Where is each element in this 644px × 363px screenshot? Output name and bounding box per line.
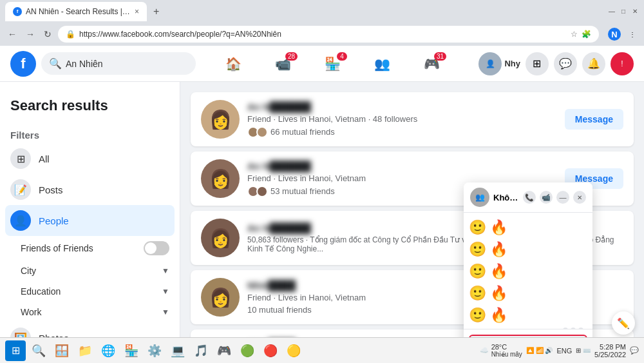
- chat-minimize-button[interactable]: —: [556, 191, 569, 204]
- sidebar-title: Search results: [5, 92, 175, 122]
- call-button[interactable]: 📞: [523, 191, 536, 204]
- messenger-button[interactable]: 💬: [554, 52, 577, 75]
- result-meta-1: Friend · Lives in Hanoi, Vietnam · 48 fo…: [247, 114, 557, 124]
- nav-store[interactable]: 🏪 4: [309, 51, 356, 77]
- fire-emoji-5: 🔥: [490, 307, 507, 324]
- taskbar-app6[interactable]: 🟡: [283, 340, 304, 361]
- minimize-button[interactable]: —: [608, 8, 616, 15]
- result-name-4: Nhié████: [247, 280, 296, 291]
- education-filter[interactable]: Education ▼: [15, 281, 175, 302]
- start-button[interactable]: ⊞: [5, 340, 26, 361]
- mutual-avatars-2: [247, 186, 268, 197]
- typing-indicator: [469, 328, 587, 329]
- grid-button[interactable]: ⊞: [526, 52, 549, 75]
- browser-tab[interactable]: f AN Nhiên - Search Results | Fac... ×: [5, 2, 147, 21]
- search-box[interactable]: 🔍: [41, 52, 196, 75]
- friends-of-friends-label: Friends of Friends: [21, 243, 93, 253]
- alert-button[interactable]: !: [611, 52, 634, 75]
- dot-3: [578, 328, 583, 329]
- browser-addressbar: ← → ↻ 🔒 https://www.facebook.com/search/…: [0, 23, 644, 46]
- refresh-button[interactable]: ↻: [41, 28, 54, 41]
- forward-button[interactable]: →: [23, 28, 37, 41]
- taskbar-task-view[interactable]: 🪟: [52, 340, 72, 361]
- video-badge: 28: [285, 52, 298, 61]
- language-indicator: ENG: [556, 347, 572, 355]
- sidebar-item-all[interactable]: ⊞ All: [5, 143, 175, 174]
- clock[interactable]: 5:28 PM 5/25/2022: [594, 343, 626, 358]
- taskbar-app2[interactable]: 🎵: [191, 340, 211, 361]
- face-emoji-2: 🙂: [469, 241, 486, 258]
- work-filter[interactable]: Work ▼: [15, 302, 175, 322]
- result-meta-2: Friend · Lives in Hanoi, Vietnam: [247, 173, 557, 183]
- taskbar-app5[interactable]: 🔴: [260, 340, 281, 361]
- taskbar-explorer[interactable]: 📁: [75, 340, 95, 361]
- nav-video[interactable]: 📹 28: [260, 51, 307, 77]
- mutual-count-1: 66 mutual friends: [270, 127, 335, 137]
- taskbar-app3[interactable]: 🎮: [214, 340, 234, 361]
- result-avatar-2: 👩: [201, 159, 240, 198]
- education-label: Education: [21, 286, 61, 297]
- fire-emoji-4: 🔥: [490, 285, 507, 302]
- time: 5:28 PM: [600, 343, 626, 351]
- taskbar-app1[interactable]: 💻: [167, 340, 188, 361]
- more-icon[interactable]: ⋮: [626, 28, 639, 41]
- result-avatar-4: 👩: [201, 278, 240, 317]
- sidebar-item-posts[interactable]: 📝 Posts: [5, 174, 175, 205]
- fire-emoji-1: 🔥: [490, 219, 507, 236]
- friends-of-friends-filter[interactable]: Friends of Friends: [15, 236, 175, 260]
- user-avatar[interactable]: 👤: [478, 52, 502, 75]
- favicon-letter: f: [17, 8, 19, 14]
- close-button[interactable]: ✕: [631, 8, 639, 15]
- profile-icon[interactable]: N: [608, 28, 621, 41]
- nav-friends[interactable]: 👥: [359, 51, 406, 77]
- dot-1: [563, 328, 568, 329]
- fb-nav: 🏠 📹 28 🏪 4 👥 🎮 31: [210, 51, 455, 77]
- video-button[interactable]: 📹: [540, 191, 553, 204]
- star-icon[interactable]: ☆: [571, 30, 578, 39]
- chat-body: 🙂 🔥 🙂 🔥 🙂 🔥 🙂 🔥 🙂 🔥: [464, 213, 592, 329]
- taskbar-search[interactable]: 🔍: [28, 340, 49, 361]
- chat-close-button[interactable]: ✕: [573, 191, 586, 204]
- taskbar-store[interactable]: 🏪: [121, 340, 142, 361]
- notifications-button[interactable]: 🔔: [582, 52, 605, 75]
- city-filter[interactable]: City ▼: [15, 260, 175, 281]
- chat-name: Không ai cute bằng ...: [493, 193, 519, 202]
- extension-icon[interactable]: 🧩: [582, 30, 591, 39]
- tab-bar: f AN Nhiên - Search Results | Fac... × +: [5, 2, 603, 21]
- taskbar-app4[interactable]: 🟢: [237, 340, 258, 361]
- message-button-1[interactable]: Message: [565, 109, 623, 130]
- nav-games[interactable]: 🎮 31: [408, 51, 455, 77]
- new-tab-button[interactable]: +: [149, 5, 163, 19]
- mutual-avatars-1: [247, 126, 268, 138]
- posts-label: Posts: [39, 184, 63, 195]
- sidebar-item-people[interactable]: 👤 People: [5, 205, 175, 236]
- chat-popup: 👥 Không ai cute bằng ... 📞 📹 — ✕ 🙂 🔥 🙂 🔥…: [464, 182, 592, 363]
- all-label: All: [39, 153, 50, 164]
- chat-emoji-row-5: 🙂 🔥: [469, 306, 587, 325]
- result-card-1: 👩 An N██████ Friend · Lives in Hanoi, Vi…: [191, 92, 634, 146]
- notification-icon[interactable]: 💬: [630, 346, 639, 355]
- maximize-button[interactable]: □: [620, 8, 627, 15]
- friends-toggle[interactable]: [144, 241, 169, 255]
- chat-avatar: 👥: [470, 188, 489, 207]
- date: 5/25/2022: [594, 351, 626, 358]
- address-bar[interactable]: 🔒 https://www.facebook.com/search/people…: [58, 26, 599, 43]
- education-arrow: ▼: [162, 287, 169, 296]
- tab-close-button[interactable]: ×: [135, 7, 139, 16]
- search-input[interactable]: [66, 59, 169, 69]
- sidebar: Search results Filters ⊞ All 📝 Posts 👤 P…: [0, 82, 180, 363]
- system-tray-icons: 🔼 📶 🔊: [526, 347, 553, 354]
- face-emoji-1: 🙂: [469, 219, 486, 236]
- nav-home[interactable]: 🏠: [210, 51, 257, 77]
- city-label: City: [21, 266, 36, 276]
- taskbar-edge[interactable]: 🌐: [98, 340, 118, 361]
- taskbar-settings[interactable]: ⚙️: [144, 340, 165, 361]
- mutual-count-4: 10 mutual friends: [247, 305, 312, 315]
- fb-header: f 🔍 🏠 📹 28 🏪 4 👥 🎮 31 👤 Nhy ⊞: [0, 46, 644, 82]
- compose-button[interactable]: ✏️: [612, 311, 635, 335]
- people-sub-filters: Friends of Friends City ▼ Education ▼ Wo…: [5, 236, 175, 322]
- back-button[interactable]: ←: [5, 28, 19, 41]
- posts-icon: 📝: [10, 179, 31, 200]
- header-right: 👤 Nhy ⊞ 💬 🔔 !: [478, 52, 634, 75]
- fb-logo: f: [10, 51, 36, 77]
